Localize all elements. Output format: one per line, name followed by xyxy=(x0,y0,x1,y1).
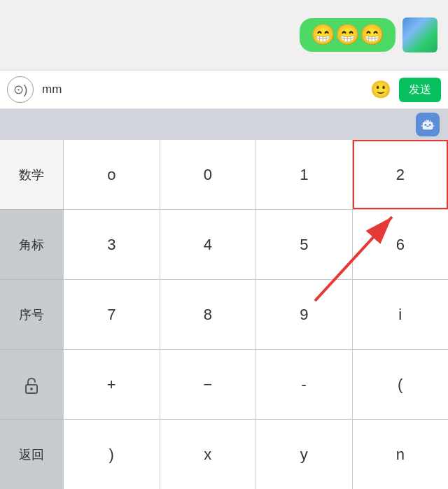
keys-area: o0123456789i+−‐()xyn xyxy=(63,140,448,489)
emoji-icon: 🙂 xyxy=(370,80,391,99)
key-cell[interactable]: n xyxy=(353,420,449,489)
key-cell[interactable]: 9 xyxy=(256,280,352,349)
key-cell[interactable]: + xyxy=(64,350,160,419)
toolbar-row xyxy=(0,109,448,140)
key-cell[interactable]: 2 xyxy=(353,140,449,209)
key-cell[interactable]: 4 xyxy=(160,210,256,279)
key-cell[interactable]: 5 xyxy=(256,210,352,279)
key-cell[interactable]: 1 xyxy=(256,140,352,209)
sidebar-item-math[interactable]: 数学 xyxy=(0,140,63,210)
key-cell[interactable]: 3 xyxy=(64,210,160,279)
page-container: 😁😁😁 ⊙) 🙂 发送 xyxy=(0,0,448,489)
robot-svg xyxy=(420,117,435,132)
key-cell[interactable]: 7 xyxy=(64,280,160,349)
key-cell[interactable]: ‐ xyxy=(256,350,352,419)
key-cell[interactable]: ( xyxy=(353,350,449,419)
svg-rect-2 xyxy=(429,124,431,126)
key-cell[interactable]: 8 xyxy=(160,280,256,349)
key-cell[interactable]: − xyxy=(160,350,256,419)
sidebar: 数学 角标 序号 返回 xyxy=(0,140,63,489)
send-button[interactable]: 发送 xyxy=(399,78,441,102)
robot-icon-button[interactable] xyxy=(416,113,440,136)
svg-rect-3 xyxy=(426,126,429,127)
keyboard-grid: 数学 角标 序号 返回 xyxy=(0,140,448,489)
key-cell[interactable]: x xyxy=(160,420,256,489)
bubble-emoji: 😁😁😁 xyxy=(311,24,384,45)
svg-point-11 xyxy=(30,388,33,390)
svg-rect-0 xyxy=(423,122,433,129)
sidebar-item-serial[interactable]: 序号 xyxy=(0,280,63,350)
key-cell[interactable]: ) xyxy=(64,420,160,489)
sidebar-item-lock[interactable] xyxy=(0,350,63,420)
key-cell[interactable]: 6 xyxy=(353,210,449,279)
emoji-button[interactable]: 🙂 xyxy=(368,77,393,102)
text-input[interactable] xyxy=(39,76,363,103)
key-cell[interactable]: o xyxy=(64,140,160,209)
voice-icon: ⊙) xyxy=(13,82,28,97)
bubble-wrapper: 😁😁😁 xyxy=(300,17,438,52)
input-bar: ⊙) 🙂 发送 xyxy=(0,70,448,109)
key-cell[interactable]: i xyxy=(353,280,449,349)
voice-button[interactable]: ⊙) xyxy=(7,76,34,103)
chat-bubble: 😁😁😁 xyxy=(300,18,396,52)
chat-area: 😁😁😁 xyxy=(0,0,448,70)
svg-point-5 xyxy=(427,118,429,120)
sidebar-item-back[interactable]: 返回 xyxy=(0,420,63,489)
sidebar-item-subscript[interactable]: 角标 xyxy=(0,210,63,280)
lock-svg xyxy=(20,374,43,396)
avatar xyxy=(402,17,438,52)
keyboard-area: 数学 角标 序号 返回 xyxy=(0,109,448,489)
svg-rect-1 xyxy=(424,124,426,126)
key-cell[interactable]: y xyxy=(256,420,352,489)
key-cell[interactable]: 0 xyxy=(160,140,256,209)
